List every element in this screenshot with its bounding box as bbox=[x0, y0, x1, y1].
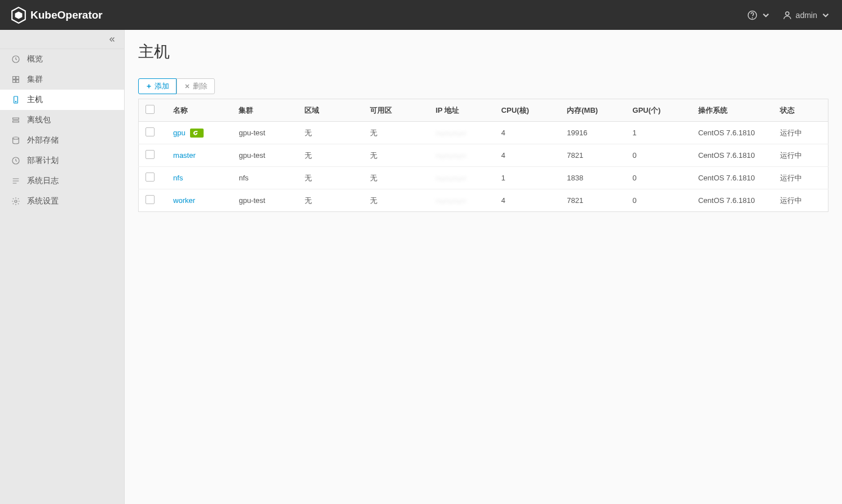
nvidia-badge-icon bbox=[190, 129, 204, 138]
sidebar-item-dashboard[interactable]: 概览 bbox=[0, 49, 124, 69]
host-name-link[interactable]: nfs bbox=[173, 174, 183, 182]
svg-point-1 bbox=[752, 17, 752, 18]
select-all-checkbox[interactable] bbox=[146, 105, 155, 114]
col-gpu: GPU(个) bbox=[626, 99, 691, 122]
cell-zone: 无 bbox=[363, 167, 429, 189]
close-icon bbox=[184, 83, 191, 90]
svg-point-12 bbox=[15, 200, 17, 202]
cell-status: 运行中 bbox=[773, 167, 828, 189]
sidebar-item-settings[interactable]: 系统设置 bbox=[0, 191, 124, 211]
col-cluster: 集群 bbox=[232, 99, 297, 122]
header: KubeOperator admin bbox=[0, 0, 842, 30]
user-label: admin bbox=[796, 11, 817, 20]
settings-icon bbox=[11, 197, 20, 206]
row-checkbox[interactable] bbox=[146, 173, 155, 182]
chevron-down-icon bbox=[821, 10, 831, 20]
sidebar-item-label: 外部存储 bbox=[27, 135, 59, 145]
cell-ip: ···.···.···.··· bbox=[429, 189, 495, 212]
cell-cluster: gpu-test bbox=[232, 122, 297, 144]
sidebar-item-label: 概览 bbox=[27, 54, 43, 64]
row-checkbox[interactable] bbox=[146, 150, 155, 159]
collapse-icon bbox=[108, 36, 116, 43]
svg-rect-7 bbox=[16, 80, 19, 83]
cell-region: 无 bbox=[298, 189, 363, 212]
cell-cpu: 4 bbox=[495, 189, 560, 212]
logo[interactable]: KubeOperator bbox=[11, 7, 103, 24]
cell-gpu: 0 bbox=[626, 144, 691, 167]
cell-region: 无 bbox=[298, 122, 363, 144]
sidebar-item-label: 系统日志 bbox=[27, 176, 59, 186]
host-name-link[interactable]: gpu bbox=[173, 129, 186, 137]
table-header-row: 名称 集群 区域 可用区 IP 地址 CPU(核) 内存(MB) GPU(个) … bbox=[139, 99, 828, 122]
cell-os: CentOS 7.6.1810 bbox=[691, 122, 773, 144]
svg-point-9 bbox=[15, 101, 16, 102]
cell-memory: 1838 bbox=[560, 167, 625, 189]
host-name-link[interactable]: worker bbox=[173, 196, 195, 205]
chevron-down-icon bbox=[761, 10, 771, 20]
cell-gpu: 1 bbox=[626, 122, 691, 144]
sidebar-collapse-button[interactable] bbox=[0, 30, 124, 49]
user-menu[interactable]: admin bbox=[782, 10, 831, 20]
help-icon bbox=[747, 10, 757, 20]
col-name: 名称 bbox=[166, 99, 232, 122]
svg-rect-6 bbox=[13, 80, 16, 83]
cell-cluster: gpu-test bbox=[232, 144, 297, 167]
row-checkbox[interactable] bbox=[146, 127, 155, 136]
cluster-icon bbox=[11, 75, 20, 84]
plan-icon bbox=[11, 156, 20, 165]
storage-icon bbox=[11, 136, 20, 145]
cell-ip: ···.···.···.··· bbox=[429, 167, 495, 189]
svg-point-2 bbox=[786, 12, 789, 15]
cell-os: CentOS 7.6.1810 bbox=[691, 167, 773, 189]
sidebar-item-cluster[interactable]: 集群 bbox=[0, 69, 124, 90]
row-checkbox[interactable] bbox=[146, 195, 155, 204]
sidebar-item-host[interactable]: 主机 bbox=[0, 90, 124, 110]
cell-os: CentOS 7.6.1810 bbox=[691, 189, 773, 212]
table-row: worker gpu-test 无 无 ···.···.···.··· 4 78… bbox=[139, 189, 828, 212]
cell-zone: 无 bbox=[363, 122, 429, 144]
cell-zone: 无 bbox=[363, 189, 429, 212]
svg-point-10 bbox=[13, 137, 19, 139]
sidebar-item-label: 集群 bbox=[27, 74, 43, 85]
table-row: nfs nfs 无 无 ···.···.···.··· 1 1838 0 Cen… bbox=[139, 167, 828, 189]
cell-cpu: 1 bbox=[495, 167, 560, 189]
cell-region: 无 bbox=[298, 167, 363, 189]
cell-cpu: 4 bbox=[495, 144, 560, 167]
add-button[interactable]: 添加 bbox=[138, 78, 177, 94]
col-region: 区域 bbox=[298, 99, 363, 122]
delete-button[interactable]: 删除 bbox=[177, 78, 215, 94]
hosts-table: 名称 集群 区域 可用区 IP 地址 CPU(核) 内存(MB) GPU(个) … bbox=[138, 99, 828, 212]
add-button-label: 添加 bbox=[155, 81, 169, 91]
delete-button-label: 删除 bbox=[193, 81, 208, 91]
cell-cluster: gpu-test bbox=[232, 189, 297, 212]
sidebar-item-label: 系统设置 bbox=[27, 196, 59, 206]
cell-gpu: 0 bbox=[626, 189, 691, 212]
cell-ip: ···.···.···.··· bbox=[429, 122, 495, 144]
sidebar-item-label: 部署计划 bbox=[27, 156, 59, 166]
col-os: 操作系统 bbox=[691, 99, 773, 122]
sidebar-item-package[interactable]: 离线包 bbox=[0, 110, 124, 130]
sidebar-item-storage[interactable]: 外部存储 bbox=[0, 130, 124, 151]
sidebar-item-plan[interactable]: 部署计划 bbox=[0, 151, 124, 171]
cell-gpu: 0 bbox=[626, 167, 691, 189]
col-memory: 内存(MB) bbox=[560, 99, 625, 122]
cell-zone: 无 bbox=[363, 144, 429, 167]
page-title: 主机 bbox=[138, 41, 828, 63]
host-name-link[interactable]: master bbox=[173, 151, 196, 160]
plus-icon bbox=[146, 83, 152, 90]
main-content: 主机 添加 删除 名称 集群 区域 可用区 IP 地址 CP bbox=[125, 30, 842, 504]
cell-region: 无 bbox=[298, 144, 363, 167]
cell-cpu: 4 bbox=[495, 122, 560, 144]
svg-rect-5 bbox=[16, 77, 19, 79]
col-status: 状态 bbox=[773, 99, 828, 122]
cell-status: 运行中 bbox=[773, 122, 828, 144]
help-menu[interactable] bbox=[747, 10, 771, 20]
sidebar-item-log[interactable]: 系统日志 bbox=[0, 171, 124, 191]
sidebar: 概览集群主机离线包外部存储部署计划系统日志系统设置 bbox=[0, 30, 125, 504]
table-row: gpu gpu-test 无 无 ···.···.···.··· 4 19916… bbox=[139, 122, 828, 144]
toolbar: 添加 删除 bbox=[138, 78, 828, 94]
cell-memory: 7821 bbox=[560, 189, 625, 212]
sidebar-item-label: 主机 bbox=[27, 95, 43, 105]
table-row: master gpu-test 无 无 ···.···.···.··· 4 78… bbox=[139, 144, 828, 167]
cell-status: 运行中 bbox=[773, 189, 828, 212]
